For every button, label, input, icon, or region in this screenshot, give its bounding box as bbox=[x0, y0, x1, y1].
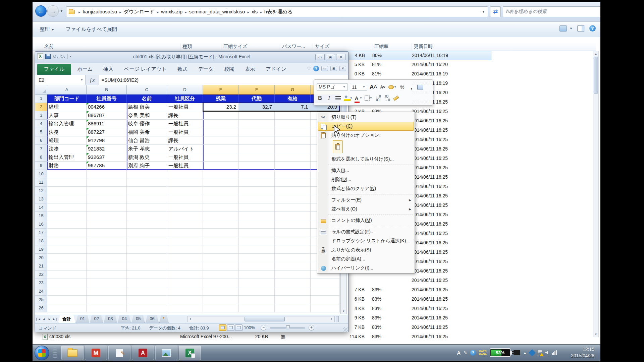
scrollbar-thumb[interactable] bbox=[594, 57, 598, 94]
row-header-4[interactable]: 4 bbox=[35, 120, 47, 128]
cell-A7[interactable]: 法務 bbox=[47, 145, 87, 153]
taskbar-item-excel[interactable]: X bbox=[179, 346, 201, 360]
workbook-minimize-button[interactable]: ▭ bbox=[321, 66, 328, 71]
cell-A2[interactable]: 経理 bbox=[47, 103, 87, 111]
sheet-tab-01[interactable]: 01 bbox=[76, 315, 89, 323]
view-normal-button[interactable] bbox=[219, 324, 226, 331]
name-box[interactable]: E2 ▼ bbox=[35, 75, 86, 85]
cell-D26[interactable] bbox=[167, 304, 203, 312]
row-header-6[interactable]: 6 bbox=[35, 136, 47, 145]
cell-E14[interactable] bbox=[203, 203, 239, 212]
cell-D11[interactable] bbox=[167, 178, 203, 187]
cell-G16[interactable] bbox=[275, 220, 311, 229]
cell-A8[interactable]: 輸出入管理 bbox=[47, 153, 87, 162]
row-header-13[interactable]: 13 bbox=[35, 195, 47, 203]
cell-E15[interactable] bbox=[203, 212, 239, 220]
cell-G2[interactable]: 7.1 bbox=[275, 103, 311, 111]
menu-item[interactable]: フィルター(E)▶ bbox=[318, 195, 414, 204]
comma-format-button[interactable]: , bbox=[408, 83, 415, 91]
cell-G15[interactable] bbox=[275, 212, 311, 220]
workbook-restore-button[interactable]: ▣ bbox=[330, 66, 337, 71]
cell-C1[interactable]: 名前 bbox=[127, 95, 167, 103]
hscroll-thumb[interactable] bbox=[245, 317, 285, 321]
workbook-close-button[interactable]: ✕ bbox=[339, 66, 346, 71]
cell-G11[interactable] bbox=[275, 178, 311, 187]
cell-G6[interactable] bbox=[275, 136, 311, 145]
cell-D1[interactable]: 社員区分 bbox=[167, 95, 203, 103]
ribbon-tab-6[interactable]: データ bbox=[193, 64, 219, 75]
row-header-7[interactable]: 7 bbox=[35, 145, 47, 153]
cell-D15[interactable] bbox=[167, 212, 203, 220]
taskbar-item-photo-viewer[interactable] bbox=[155, 346, 177, 360]
cell-A16[interactable] bbox=[47, 220, 87, 229]
menu-item[interactable]: 挿入(I)... bbox=[318, 166, 414, 175]
cell-A12[interactable] bbox=[47, 187, 87, 195]
cell-A4[interactable]: 輸出入管理 bbox=[47, 120, 87, 128]
cell-C7[interactable]: 米子 孝志 bbox=[127, 145, 167, 153]
borders-button[interactable]: ▼ bbox=[365, 95, 372, 102]
breadcrumb-item[interactable]: winxls.zip bbox=[160, 9, 184, 14]
cell-F25[interactable] bbox=[239, 296, 275, 304]
paste-option-button[interactable] bbox=[333, 140, 343, 153]
sheet-tab-合計[interactable]: 合計 bbox=[58, 315, 75, 323]
row-header-5[interactable]: 5 bbox=[35, 128, 47, 136]
row-header-25[interactable]: 25 bbox=[35, 296, 47, 304]
menu-item[interactable]: 削除(D)... bbox=[318, 175, 414, 184]
cell-D9[interactable]: 一般社員 bbox=[167, 162, 203, 170]
breadcrumb-item[interactable]: xls bbox=[250, 9, 259, 14]
zoom-in-button[interactable]: + bbox=[309, 325, 314, 330]
ribbon-tab-1[interactable]: ファイル bbox=[37, 64, 71, 75]
cell-B3[interactable]: 886787 bbox=[87, 111, 127, 120]
cell-D7[interactable]: アルバイト bbox=[167, 145, 203, 153]
column-header-6[interactable]: 圧縮率 bbox=[372, 44, 411, 50]
cell-C2[interactable]: 島根 留美 bbox=[127, 103, 167, 111]
cell-C26[interactable] bbox=[127, 304, 167, 312]
row-header-22[interactable]: 22 bbox=[35, 270, 47, 279]
ribbon-tab-2[interactable]: ホーム bbox=[72, 64, 98, 75]
cell-B6[interactable]: 912798 bbox=[87, 136, 127, 145]
cell-G13[interactable] bbox=[275, 195, 311, 203]
cell-C15[interactable] bbox=[127, 212, 167, 220]
cell-B22[interactable] bbox=[87, 270, 127, 279]
taskbar-item-explorer[interactable] bbox=[61, 346, 84, 360]
scroll-down-icon[interactable]: ▼ bbox=[593, 332, 598, 337]
cell-D20[interactable] bbox=[167, 254, 203, 262]
cell-E19[interactable] bbox=[203, 245, 239, 254]
refresh-icon[interactable]: ⇄ bbox=[490, 6, 501, 17]
cell-D19[interactable] bbox=[167, 245, 203, 254]
search-input[interactable]: h表を埋めるの検索 bbox=[503, 6, 600, 17]
currency-format-button[interactable]: ▼ bbox=[388, 83, 396, 91]
insert-sheet-tab[interactable] bbox=[159, 315, 169, 323]
row-header-21[interactable]: 21 bbox=[35, 262, 47, 270]
cell-C4[interactable]: 岐阜 優作 bbox=[127, 120, 167, 128]
cell-E20[interactable] bbox=[203, 254, 239, 262]
cell-G19[interactable] bbox=[275, 245, 311, 254]
explorer-scrollbar[interactable]: ▲ ▼ bbox=[593, 51, 599, 337]
ribbon-tab-7[interactable]: 校閲 bbox=[219, 64, 239, 75]
cell-D24[interactable] bbox=[167, 287, 203, 296]
column-header-1[interactable]: 名前 bbox=[42, 44, 179, 50]
excel-help-icon[interactable]: ? bbox=[313, 66, 319, 71]
cell-F2[interactable]: 32.7 bbox=[239, 103, 275, 111]
cell-E24[interactable] bbox=[203, 287, 239, 296]
increase-decimal-button[interactable]: ←.0.00 bbox=[375, 95, 381, 102]
last-sheet-icon[interactable]: ►❘ bbox=[52, 315, 58, 323]
cell-B14[interactable] bbox=[87, 203, 127, 212]
cell-C10[interactable] bbox=[127, 170, 167, 178]
row-header-19[interactable]: 19 bbox=[35, 245, 47, 254]
cell-E18[interactable] bbox=[203, 237, 239, 245]
taskbar-item-m-app[interactable]: M bbox=[85, 346, 107, 360]
cell-F26[interactable] bbox=[239, 304, 275, 312]
select-all-corner[interactable] bbox=[35, 85, 47, 95]
menu-item[interactable]: 名前の定義(A)... bbox=[318, 254, 414, 263]
column-header-B[interactable]: B bbox=[87, 85, 127, 95]
cell-E25[interactable] bbox=[203, 296, 239, 304]
cell-D6[interactable]: 課長 bbox=[167, 136, 203, 145]
cell-G12[interactable] bbox=[275, 187, 311, 195]
cell-A18[interactable] bbox=[47, 237, 87, 245]
restore-button[interactable]: ▣ bbox=[326, 54, 335, 60]
cell-A25[interactable] bbox=[47, 296, 87, 304]
fill-color-button[interactable]: ▼ bbox=[344, 95, 353, 102]
row-header-23[interactable]: 23 bbox=[35, 279, 47, 287]
cell-A20[interactable] bbox=[47, 254, 87, 262]
